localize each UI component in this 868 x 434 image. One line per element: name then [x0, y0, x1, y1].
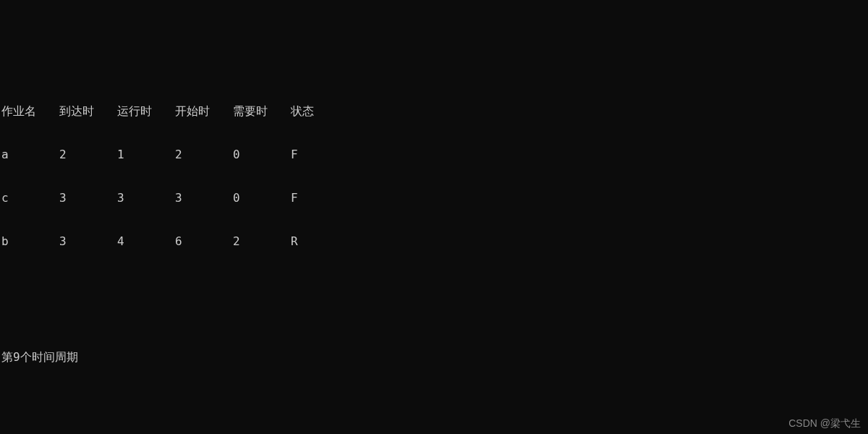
col-header: 作业名	[1, 104, 59, 119]
col-header: 开始时	[175, 104, 233, 119]
table-row: c 3 3 3 0 F	[1, 191, 867, 205]
cycle-label: 第9个时间周期	[1, 350, 867, 365]
blank-line	[1, 278, 867, 292]
watermark: CSDN @梁弋生	[788, 417, 861, 430]
col-header: 运行时	[117, 104, 175, 119]
blank-line	[1, 393, 867, 408]
col-header: 状态	[291, 104, 349, 119]
table-header: 作业名 到达时 运行时 开始时 需要时 状态	[1, 104, 867, 119]
table-row: a 2 1 2 0 F	[1, 148, 867, 162]
table-row: b 3 4 6 2 R	[1, 234, 867, 249]
col-header: 到达时	[59, 104, 117, 119]
terminal-output: 作业名 到达时 运行时 开始时 需要时 状态 a 2 1 2 0 F c 3 3…	[0, 58, 868, 434]
col-header: 需要时	[233, 104, 291, 119]
